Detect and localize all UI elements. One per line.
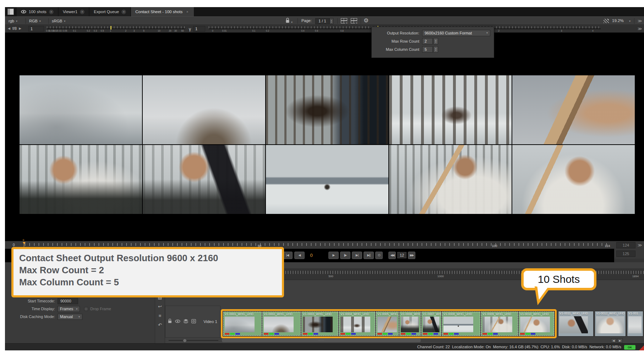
- collapse-toolbar-icon[interactable]: ≫: [638, 18, 642, 23]
- timeline-clip[interactable]: V1-0004_WHG_UHD: [339, 312, 375, 336]
- timeline-tool-icon[interactable]: ↶: [158, 323, 162, 328]
- timeline-clip[interactable]: V1-001: [627, 311, 643, 337]
- page-spinner[interactable]: ▲▼: [329, 18, 333, 24]
- max-row-count-field[interactable]: 2: [422, 38, 433, 44]
- timeline-clip[interactable]: V1-0003_WHG_UHD: [301, 312, 338, 336]
- tab-100-shots[interactable]: 100 shots ×: [17, 7, 58, 16]
- timeline-tool-icon[interactable]: ↩: [158, 304, 162, 309]
- colorspace-dropdown[interactable]: sRGB▾: [50, 18, 67, 24]
- timeline-tool-icon[interactable]: ≡: [159, 313, 162, 318]
- timeline-clip[interactable]: V1-0008_WHG_UHD: [442, 312, 480, 336]
- frame-count-field[interactable]: 125: [616, 251, 635, 257]
- viewer-canvas[interactable]: [5, 33, 644, 241]
- drop-frame-checkbox[interactable]: [84, 307, 88, 311]
- tick-label: 2: [498, 29, 500, 32]
- gear-icon[interactable]: ⚙: [364, 17, 369, 24]
- max-column-count-spinner[interactable]: ▲▼: [433, 46, 438, 53]
- go-to-end-button[interactable]: ▶||: [364, 252, 374, 259]
- rgb-channel-strips: [520, 333, 535, 335]
- disk-caching-dropdown[interactable]: Manual▾: [58, 314, 82, 320]
- tick-label: 0.5: [100, 29, 104, 32]
- tab-contact-sheet[interactable]: Contact Sheet - 100 shots ×: [131, 7, 194, 16]
- collapse-toolbar-icon[interactable]: ≫: [638, 26, 642, 31]
- close-icon[interactable]: ×: [49, 10, 54, 14]
- timeline-clip[interactable]: V1-0006_WHG_UHD: [399, 312, 421, 336]
- timeline-clip[interactable]: V1-0001_WHG_UHD: [223, 312, 262, 336]
- timeline-clip[interactable]: V1-0010_WHG_UHD: [519, 312, 554, 336]
- close-icon[interactable]: ×: [121, 10, 126, 14]
- page-field[interactable]: 1 / 1: [315, 18, 329, 24]
- zoom-level[interactable]: 19.2%: [612, 18, 624, 23]
- max-row-count-spinner[interactable]: ▲▼: [433, 38, 438, 44]
- contact-sheet-cell[interactable]: [20, 145, 142, 214]
- timeline-clip[interactable]: V1-0009_WHG_UHD: [481, 312, 518, 336]
- contact-sheet-cell[interactable]: [512, 145, 635, 214]
- chevron-down-icon[interactable]: ▾: [629, 20, 631, 23]
- delete-column-icon[interactable]: ×: [351, 18, 357, 23]
- timeline-clip[interactable]: V1-0007_WHG_UHD: [421, 312, 441, 336]
- tab-viewer1[interactable]: Viewer1 ×: [59, 7, 89, 16]
- loop-mode-button[interactable]: O: [375, 252, 383, 259]
- current-frame[interactable]: 0: [305, 253, 317, 258]
- timeline-clip[interactable]: V1-0002_WHG_UHD: [262, 312, 301, 336]
- timeline-clip[interactable]: V1-0011_WHG_UHD: [558, 311, 594, 337]
- video-track-header[interactable]: Video 1: [165, 306, 220, 338]
- contact-sheet-cell[interactable]: [389, 75, 512, 144]
- contact-sheet-cell[interactable]: [389, 145, 512, 214]
- tag-lock-icon[interactable]: [285, 18, 290, 23]
- timeline-clip[interactable]: V1-0005_WHG_UHD: [376, 312, 399, 336]
- tab-export-queue[interactable]: Export Queue ×: [89, 7, 130, 16]
- fps-increase-button[interactable]: ▶▶: [408, 252, 415, 259]
- clip-thumbnail: [401, 317, 419, 332]
- fstop-stepper[interactable]: ◀f/8▶: [8, 26, 21, 31]
- output-resolution-dropdown[interactable]: 9600x2160 Custom Format▾: [422, 30, 490, 36]
- clip-label: V1-0001_WHG_UHD: [224, 312, 261, 316]
- proxy-stripes-icon[interactable]: [604, 19, 609, 23]
- blend-mode-icon[interactable]: [191, 319, 196, 323]
- contact-sheet-cell[interactable]: [266, 75, 388, 144]
- tick-label: 0.2: [87, 29, 90, 32]
- play-forward-button[interactable]: |▶: [340, 252, 350, 259]
- divider: [634, 18, 634, 24]
- contact-sheet-cell[interactable]: [20, 75, 142, 144]
- next-edit-button[interactable]: ▶|: [352, 252, 362, 259]
- pane-layout-icon[interactable]: [7, 9, 14, 15]
- gain-slider[interactable]: 0.010.0150.020.030.050.10.20.30.51235102…: [47, 26, 185, 32]
- zoom-knob[interactable]: [183, 339, 187, 343]
- scroll-right-button[interactable]: ▶: [617, 338, 623, 343]
- layer-dropdown[interactable]: RGB▾: [28, 18, 42, 24]
- clip-thumbnail: [303, 317, 333, 332]
- close-icon[interactable]: ×: [185, 10, 190, 14]
- start-timecode-field[interactable]: 90000: [58, 298, 78, 304]
- contact-sheet-cell[interactable]: [512, 75, 635, 144]
- play-button[interactable]: ▶: [328, 252, 339, 259]
- channel-dropdown[interactable]: rgb▾: [7, 18, 19, 24]
- delete-row-icon[interactable]: ×: [341, 18, 347, 23]
- time-display-dropdown[interactable]: Frames▾: [58, 306, 80, 312]
- fps-decrease-button[interactable]: ◀◀: [388, 252, 396, 259]
- step-back-button[interactable]: ◀: [294, 252, 305, 259]
- fps-field[interactable]: 12: [397, 252, 406, 258]
- lock-icon[interactable]: [168, 319, 172, 323]
- close-icon[interactable]: ×: [80, 10, 84, 14]
- selected-shots-group[interactable]: V1-0001_WHG_UHD V1-0002_WHG_UHD V1-0003_…: [221, 309, 557, 338]
- slider-marker[interactable]: [110, 26, 111, 29]
- layers-icon[interactable]: [184, 319, 188, 323]
- timeline-clip[interactable]: V1-0012_WHG_UHD: [595, 311, 626, 337]
- contact-sheet-cell[interactable]: [143, 75, 265, 144]
- visibility-eye-icon[interactable]: [175, 319, 180, 323]
- collapse-icon[interactable]: ≫: [638, 243, 642, 248]
- max-column-count-field[interactable]: 5: [422, 46, 433, 53]
- start-timecode-label: Start Timecode:: [5, 299, 58, 303]
- rgb-channel-strips: [401, 333, 416, 335]
- chevron-down-icon[interactable]: ▾: [291, 19, 293, 26]
- scroll-left-button[interactable]: ◀: [611, 338, 616, 343]
- contact-sheet-cell[interactable]: [143, 145, 265, 214]
- gamma-field[interactable]: 1: [193, 26, 205, 32]
- contact-sheet-cell[interactable]: [266, 145, 388, 214]
- gain-field[interactable]: 1: [28, 26, 44, 32]
- track-zoom-slider[interactable]: [169, 340, 218, 341]
- resize-corner[interactable]: [639, 345, 644, 350]
- end-frame-field[interactable]: 124: [616, 242, 635, 248]
- horizontal-scrollbar[interactable]: ·····: [222, 339, 421, 342]
